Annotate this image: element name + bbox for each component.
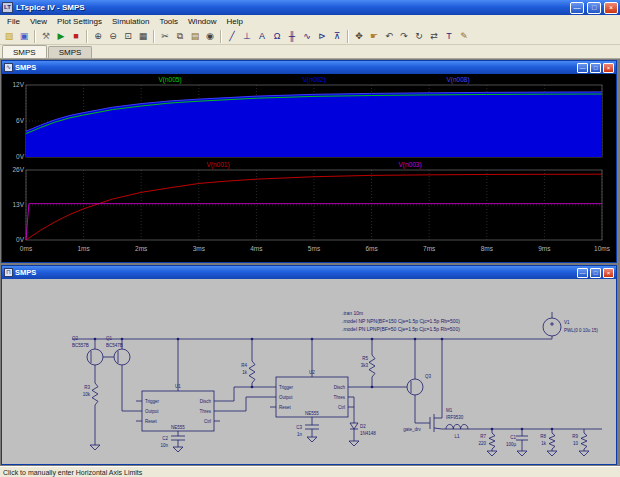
svg-text:C1: C1: [510, 435, 516, 440]
svg-text:12V: 12V: [12, 81, 24, 88]
svg-text:4ms: 4ms: [250, 245, 263, 252]
schematic-window-titlebar[interactable]: ⊓ SMPS — □ ×: [2, 266, 616, 279]
waveform-window-icon: ∿: [4, 63, 13, 72]
svg-text:3ms: 3ms: [193, 245, 206, 252]
svg-text:0V: 0V: [16, 236, 25, 243]
toolbar-separator: [86, 30, 88, 43]
component-icon[interactable]: ⊼: [330, 29, 344, 44]
svg-text:1ms: 1ms: [77, 245, 90, 252]
zoom-fit-icon[interactable]: ⊡: [121, 29, 135, 44]
run-icon[interactable]: ▶: [54, 29, 68, 44]
svg-text:R5: R5: [362, 356, 368, 361]
menu-bar: FileViewPlot SettingsSimulationToolsWind…: [0, 15, 620, 28]
minimize-button[interactable]: —: [570, 2, 584, 14]
svg-text:D2: D2: [360, 424, 366, 429]
svg-text:Q2: Q2: [72, 336, 79, 341]
schematic-window-icon: ⊓: [4, 268, 13, 277]
zoom-back-icon[interactable]: ⊖: [106, 29, 120, 44]
diode-icon[interactable]: ⊳: [315, 29, 329, 44]
waveform-close-button[interactable]: ×: [603, 63, 614, 73]
svg-text:R8: R8: [540, 434, 546, 439]
svg-text:1N4148: 1N4148: [360, 431, 376, 436]
tab-smps-2[interactable]: SMPS: [48, 46, 93, 58]
ground-icon[interactable]: ⊥: [240, 29, 254, 44]
halt-icon[interactable]: ■: [69, 29, 83, 44]
svg-text:BC547B: BC547B: [106, 343, 123, 348]
waveform-window-title: SMPS: [15, 63, 575, 72]
schematic-minimize-button[interactable]: —: [577, 268, 588, 278]
status-bar: Click to manually enter Horizontal Axis …: [0, 466, 620, 477]
menu-item-tools[interactable]: Tools: [154, 17, 183, 26]
svg-text:0V: 0V: [16, 153, 25, 160]
zoom-in-icon[interactable]: ⊕: [91, 29, 105, 44]
svg-text:6ms: 6ms: [365, 245, 378, 252]
move-icon[interactable]: ✥: [352, 29, 366, 44]
svg-text:R9: R9: [572, 434, 578, 439]
schematic-canvas[interactable]: .tran 10m.model NP NPN(BF=150 Cje=1.5p C…: [2, 279, 616, 464]
waveform-maximize-button[interactable]: □: [590, 63, 601, 73]
svg-text:Reset: Reset: [145, 419, 158, 424]
svg-text:C2: C2: [162, 436, 168, 441]
resistor-icon[interactable]: Ω: [270, 29, 284, 44]
svg-text:5ms: 5ms: [308, 245, 321, 252]
waveform-window-titlebar[interactable]: ∿ SMPS — □ ×: [2, 61, 616, 74]
control-panel-icon[interactable]: ⚒: [39, 29, 53, 44]
svg-text:10ms: 10ms: [594, 245, 611, 252]
svg-text:Ctrl: Ctrl: [338, 405, 345, 410]
window-title: LTspice IV - SMPS: [16, 3, 567, 12]
edit-icon[interactable]: ✎: [457, 29, 471, 44]
capacitor-icon[interactable]: ╫: [285, 29, 299, 44]
undo-icon[interactable]: ↶: [382, 29, 396, 44]
redo-icon[interactable]: ↷: [397, 29, 411, 44]
svg-text:M1: M1: [446, 408, 453, 413]
menu-item-plot-settings[interactable]: Plot Settings: [52, 17, 107, 26]
waveform-window: ∿ SMPS — □ × 0ms1ms2ms3ms4ms5ms6ms7ms8ms…: [1, 60, 617, 263]
svg-text:Output: Output: [279, 395, 293, 400]
menu-item-file[interactable]: File: [2, 17, 25, 26]
svg-text:Disch: Disch: [334, 385, 346, 390]
schematic-window-title: SMPS: [15, 268, 575, 277]
svg-text:V1: V1: [564, 320, 570, 325]
svg-text:R4: R4: [241, 363, 247, 368]
svg-text:R3: R3: [84, 385, 90, 390]
tab-smps-1[interactable]: SMPS: [2, 45, 47, 58]
label-net-icon[interactable]: A: [255, 29, 269, 44]
svg-text:C3: C3: [296, 425, 302, 430]
close-button[interactable]: ×: [604, 2, 618, 14]
mirror-icon[interactable]: ⇄: [427, 29, 441, 44]
drag-icon[interactable]: ☛: [367, 29, 381, 44]
svg-text:V(n002): V(n002): [302, 76, 325, 84]
menu-item-help[interactable]: Help: [222, 17, 248, 26]
paste-icon[interactable]: ▤: [188, 29, 202, 44]
svg-text:V(n003): V(n003): [398, 161, 421, 169]
save-icon[interactable]: ▣: [17, 29, 31, 44]
svg-text:10n: 10n: [160, 443, 168, 448]
menu-item-view[interactable]: View: [25, 17, 52, 26]
toolbar-separator: [153, 30, 155, 43]
schematic-close-button[interactable]: ×: [603, 268, 614, 278]
wire-icon[interactable]: ╱: [225, 29, 239, 44]
inductor-icon[interactable]: ∿: [300, 29, 314, 44]
copy-icon[interactable]: ⧉: [173, 29, 187, 44]
mdi-client: ∿ SMPS — □ × 0ms1ms2ms3ms4ms5ms6ms7ms8ms…: [0, 59, 620, 466]
text-icon[interactable]: T: [442, 29, 456, 44]
svg-text:Reset: Reset: [279, 405, 292, 410]
open-icon[interactable]: ▨: [2, 29, 16, 44]
menu-item-window[interactable]: Window: [183, 17, 221, 26]
schematic-maximize-button[interactable]: □: [590, 268, 601, 278]
menu-item-simulation[interactable]: Simulation: [107, 17, 154, 26]
svg-text:Trigger: Trigger: [145, 399, 160, 404]
waveform-plot[interactable]: 0ms1ms2ms3ms4ms5ms6ms7ms8ms9ms10ms12V6V0…: [2, 74, 616, 262]
svg-text:26V: 26V: [12, 166, 24, 173]
title-bar[interactable]: LT LTspice IV - SMPS — □ ×: [0, 0, 620, 15]
maximize-button[interactable]: □: [587, 2, 601, 14]
find-icon[interactable]: ◉: [203, 29, 217, 44]
cut-icon[interactable]: ✂: [158, 29, 172, 44]
svg-text:10k: 10k: [83, 392, 91, 397]
toolbar-separator: [220, 30, 222, 43]
svg-text:9ms: 9ms: [538, 245, 551, 252]
waveform-minimize-button[interactable]: —: [577, 63, 588, 73]
grid-icon[interactable]: ▦: [136, 29, 150, 44]
svg-text:Disch: Disch: [200, 399, 212, 404]
rotate-icon[interactable]: ↻: [412, 29, 426, 44]
